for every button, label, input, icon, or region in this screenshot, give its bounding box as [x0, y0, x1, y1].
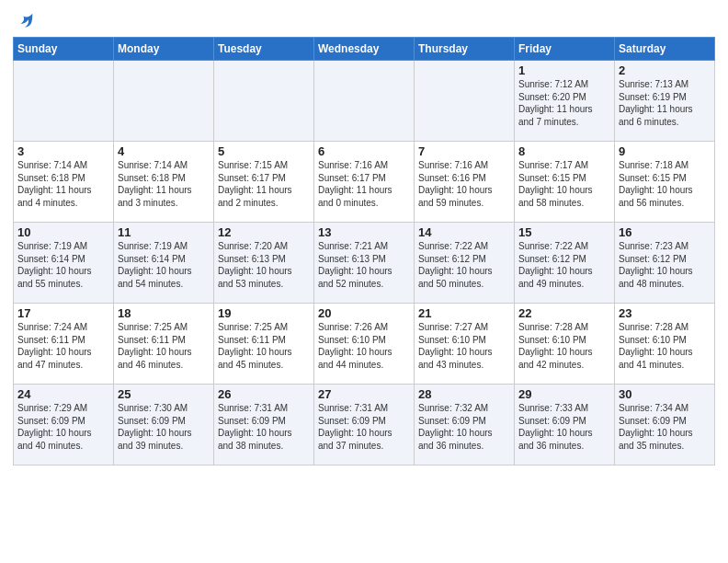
calendar-cell: 1Sunrise: 7:12 AM Sunset: 6:20 PM Daylig… [515, 61, 615, 142]
day-number: 12 [218, 225, 310, 239]
calendar-week-row: 17Sunrise: 7:24 AM Sunset: 6:11 PM Dayli… [14, 304, 715, 385]
day-info: Sunrise: 7:19 AM Sunset: 6:14 PM Dayligh… [17, 240, 109, 290]
day-info: Sunrise: 7:23 AM Sunset: 6:12 PM Dayligh… [619, 240, 711, 290]
day-number: 3 [17, 144, 109, 158]
calendar-cell: 27Sunrise: 7:31 AM Sunset: 6:09 PM Dayli… [314, 385, 415, 465]
day-number: 28 [418, 387, 510, 401]
day-number: 4 [118, 144, 210, 158]
calendar-cell: 3Sunrise: 7:14 AM Sunset: 6:18 PM Daylig… [14, 142, 114, 223]
day-info: Sunrise: 7:26 AM Sunset: 6:10 PM Dayligh… [318, 321, 410, 371]
weekday-header-friday: Friday [515, 38, 615, 61]
day-number: 7 [418, 144, 510, 158]
day-info: Sunrise: 7:24 AM Sunset: 6:11 PM Dayligh… [17, 321, 109, 371]
calendar-cell: 12Sunrise: 7:20 AM Sunset: 6:13 PM Dayli… [214, 223, 314, 304]
day-number: 26 [218, 387, 310, 401]
day-info: Sunrise: 7:20 AM Sunset: 6:13 PM Dayligh… [218, 240, 310, 290]
day-info: Sunrise: 7:15 AM Sunset: 6:17 PM Dayligh… [218, 159, 310, 209]
calendar-cell: 24Sunrise: 7:29 AM Sunset: 6:09 PM Dayli… [14, 385, 114, 465]
day-info: Sunrise: 7:32 AM Sunset: 6:09 PM Dayligh… [418, 402, 510, 452]
calendar-cell: 5Sunrise: 7:15 AM Sunset: 6:17 PM Daylig… [214, 142, 314, 223]
calendar-cell [415, 61, 515, 142]
weekday-header-monday: Monday [114, 38, 214, 61]
day-info: Sunrise: 7:22 AM Sunset: 6:12 PM Dayligh… [518, 240, 610, 290]
day-info: Sunrise: 7:21 AM Sunset: 6:13 PM Dayligh… [318, 240, 410, 290]
day-info: Sunrise: 7:33 AM Sunset: 6:09 PM Dayligh… [518, 402, 610, 452]
day-info: Sunrise: 7:25 AM Sunset: 6:11 PM Dayligh… [118, 321, 210, 371]
logo [13, 13, 35, 31]
day-number: 11 [118, 225, 210, 239]
calendar-cell: 25Sunrise: 7:30 AM Sunset: 6:09 PM Dayli… [114, 385, 214, 465]
calendar-cell: 6Sunrise: 7:16 AM Sunset: 6:17 PM Daylig… [314, 142, 415, 223]
calendar-cell: 10Sunrise: 7:19 AM Sunset: 6:14 PM Dayli… [14, 223, 114, 304]
day-number: 9 [619, 144, 711, 158]
calendar-cell: 21Sunrise: 7:27 AM Sunset: 6:10 PM Dayli… [415, 304, 515, 385]
day-info: Sunrise: 7:12 AM Sunset: 6:20 PM Dayligh… [518, 78, 610, 128]
day-number: 21 [418, 306, 510, 320]
day-info: Sunrise: 7:18 AM Sunset: 6:15 PM Dayligh… [619, 159, 711, 209]
calendar-cell: 20Sunrise: 7:26 AM Sunset: 6:10 PM Dayli… [314, 304, 415, 385]
calendar-cell: 30Sunrise: 7:34 AM Sunset: 6:09 PM Dayli… [615, 385, 715, 465]
calendar-cell: 23Sunrise: 7:28 AM Sunset: 6:10 PM Dayli… [615, 304, 715, 385]
weekday-header-row: SundayMondayTuesdayWednesdayThursdayFrid… [14, 38, 715, 61]
weekday-header-sunday: Sunday [14, 38, 114, 61]
day-info: Sunrise: 7:30 AM Sunset: 6:09 PM Dayligh… [118, 402, 210, 452]
day-info: Sunrise: 7:34 AM Sunset: 6:09 PM Dayligh… [619, 402, 711, 452]
weekday-header-saturday: Saturday [615, 38, 715, 61]
day-number: 23 [619, 306, 711, 320]
day-info: Sunrise: 7:13 AM Sunset: 6:19 PM Dayligh… [619, 78, 711, 128]
day-number: 19 [218, 306, 310, 320]
day-number: 15 [518, 225, 610, 239]
day-info: Sunrise: 7:28 AM Sunset: 6:10 PM Dayligh… [518, 321, 610, 371]
logo-bird-icon [15, 11, 35, 31]
weekday-header-tuesday: Tuesday [214, 38, 314, 61]
weekday-header-thursday: Thursday [415, 38, 515, 61]
calendar-cell: 16Sunrise: 7:23 AM Sunset: 6:12 PM Dayli… [615, 223, 715, 304]
day-info: Sunrise: 7:31 AM Sunset: 6:09 PM Dayligh… [318, 402, 410, 452]
day-info: Sunrise: 7:25 AM Sunset: 6:11 PM Dayligh… [218, 321, 310, 371]
calendar-cell: 14Sunrise: 7:22 AM Sunset: 6:12 PM Dayli… [415, 223, 515, 304]
calendar-cell: 18Sunrise: 7:25 AM Sunset: 6:11 PM Dayli… [114, 304, 214, 385]
header [13, 9, 715, 31]
calendar-week-row: 24Sunrise: 7:29 AM Sunset: 6:09 PM Dayli… [14, 385, 715, 465]
calendar-cell: 11Sunrise: 7:19 AM Sunset: 6:14 PM Dayli… [114, 223, 214, 304]
calendar-cell: 22Sunrise: 7:28 AM Sunset: 6:10 PM Dayli… [515, 304, 615, 385]
day-info: Sunrise: 7:29 AM Sunset: 6:09 PM Dayligh… [17, 402, 109, 452]
day-info: Sunrise: 7:22 AM Sunset: 6:12 PM Dayligh… [418, 240, 510, 290]
calendar-cell [114, 61, 214, 142]
calendar-cell: 19Sunrise: 7:25 AM Sunset: 6:11 PM Dayli… [214, 304, 314, 385]
day-number: 13 [318, 225, 410, 239]
calendar-cell: 29Sunrise: 7:33 AM Sunset: 6:09 PM Dayli… [515, 385, 615, 465]
calendar-cell [214, 61, 314, 142]
day-info: Sunrise: 7:31 AM Sunset: 6:09 PM Dayligh… [218, 402, 310, 452]
day-number: 18 [118, 306, 210, 320]
calendar-week-row: 10Sunrise: 7:19 AM Sunset: 6:14 PM Dayli… [14, 223, 715, 304]
calendar-week-row: 3Sunrise: 7:14 AM Sunset: 6:18 PM Daylig… [14, 142, 715, 223]
calendar-week-row: 1Sunrise: 7:12 AM Sunset: 6:20 PM Daylig… [14, 61, 715, 142]
day-info: Sunrise: 7:14 AM Sunset: 6:18 PM Dayligh… [118, 159, 210, 209]
day-number: 20 [318, 306, 410, 320]
day-info: Sunrise: 7:19 AM Sunset: 6:14 PM Dayligh… [118, 240, 210, 290]
calendar-cell: 15Sunrise: 7:22 AM Sunset: 6:12 PM Dayli… [515, 223, 615, 304]
calendar-cell: 13Sunrise: 7:21 AM Sunset: 6:13 PM Dayli… [314, 223, 415, 304]
day-info: Sunrise: 7:16 AM Sunset: 6:16 PM Dayligh… [418, 159, 510, 209]
day-info: Sunrise: 7:14 AM Sunset: 6:18 PM Dayligh… [17, 159, 109, 209]
day-info: Sunrise: 7:16 AM Sunset: 6:17 PM Dayligh… [318, 159, 410, 209]
calendar-cell: 4Sunrise: 7:14 AM Sunset: 6:18 PM Daylig… [114, 142, 214, 223]
day-number: 27 [318, 387, 410, 401]
day-number: 6 [318, 144, 410, 158]
calendar-cell: 28Sunrise: 7:32 AM Sunset: 6:09 PM Dayli… [415, 385, 515, 465]
calendar-cell [314, 61, 415, 142]
calendar-cell: 26Sunrise: 7:31 AM Sunset: 6:09 PM Dayli… [214, 385, 314, 465]
day-number: 17 [17, 306, 109, 320]
day-number: 14 [418, 225, 510, 239]
day-number: 16 [619, 225, 711, 239]
day-number: 30 [619, 387, 711, 401]
calendar-cell: 9Sunrise: 7:18 AM Sunset: 6:15 PM Daylig… [615, 142, 715, 223]
weekday-header-wednesday: Wednesday [314, 38, 415, 61]
day-number: 5 [218, 144, 310, 158]
day-number: 22 [518, 306, 610, 320]
day-info: Sunrise: 7:17 AM Sunset: 6:15 PM Dayligh… [518, 159, 610, 209]
day-number: 8 [518, 144, 610, 158]
calendar-table: SundayMondayTuesdayWednesdayThursdayFrid… [13, 37, 715, 465]
day-number: 24 [17, 387, 109, 401]
